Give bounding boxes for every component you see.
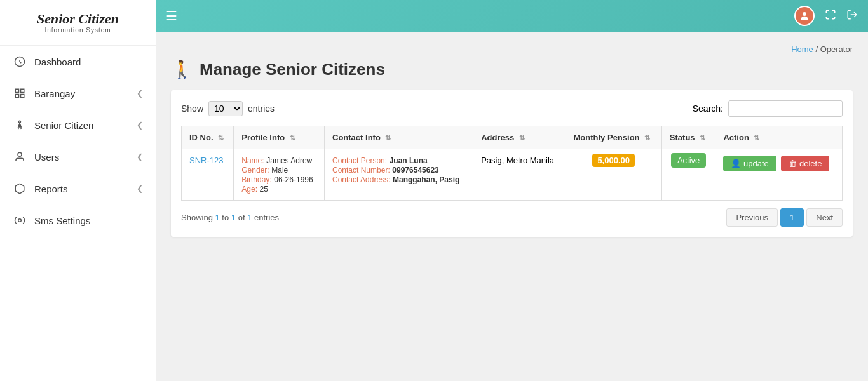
cell-pension: 5,000.00 [566, 149, 661, 201]
pension-badge: 5,000.00 [592, 154, 635, 167]
profile-name-value: James Adrew [266, 156, 312, 165]
sort-icon-action: ⇅ [754, 134, 759, 142]
sidebar-item-label: Reports [34, 184, 137, 194]
contact-person-value: Juan Luna [390, 156, 428, 165]
hamburger-button[interactable]: ☰ [166, 8, 177, 23]
svg-point-8 [803, 12, 806, 16]
contact-address-value: Manggahan, Pasig [393, 175, 459, 184]
page-1-button[interactable]: 1 [780, 208, 804, 227]
sidebar-item-sms-settings[interactable]: Sms Settings [0, 204, 156, 236]
sort-icon-pension: ⇅ [644, 134, 650, 142]
senior-arrow-icon: ❮ [137, 121, 143, 130]
delete-button[interactable]: 🗑 delete [781, 156, 829, 171]
sort-icon-contact: ⇅ [385, 134, 391, 142]
logo-sub: Information System [13, 27, 143, 34]
entries-select[interactable]: 10 25 50 100 [208, 101, 243, 116]
profile-gender-value: Male [271, 166, 288, 175]
logo-area: Senior Citizen Information System [0, 0, 156, 46]
table-header: ID No. ⇅ Profile Info ⇅ Contact Info ⇅ [182, 126, 843, 149]
search-label: Search: [693, 104, 723, 114]
entries-label: entries [248, 104, 275, 114]
sidebar-item-barangay[interactable]: Barangay ❮ [0, 77, 156, 109]
user-plus-icon: 👤 [731, 159, 741, 168]
col-address[interactable]: Address ⇅ [473, 126, 566, 149]
show-entries: Show 10 25 50 100 entries [181, 101, 275, 116]
table-card: Show 10 25 50 100 entries Search: [171, 90, 853, 237]
svg-rect-4 [15, 95, 18, 98]
address-value: Pasig, Metro Manila [481, 156, 554, 165]
col-id-no[interactable]: ID No. ⇅ [182, 126, 234, 149]
trash-icon: 🗑 [789, 159, 797, 168]
cell-contact: Contact Person: Juan Luna Contact Number… [325, 149, 473, 201]
expand-icon[interactable] [825, 9, 836, 23]
pagination-buttons: Previous 1 Next [726, 208, 843, 227]
walking-icon: 🚶 [171, 59, 193, 80]
svg-rect-3 [21, 95, 24, 98]
pagination-info: Showing 1 to 1 of 1 entries [181, 213, 279, 222]
pagination-area: Showing 1 to 1 of 1 entries Previous 1 N… [181, 208, 843, 227]
sort-icon-id: ⇅ [218, 134, 224, 142]
data-table: ID No. ⇅ Profile Info ⇅ Contact Info ⇅ [181, 126, 843, 201]
col-contact-info[interactable]: Contact Info ⇅ [325, 126, 473, 149]
avatar[interactable] [794, 6, 815, 26]
main-area: ☰ Home / Operator � [156, 0, 868, 381]
reports-icon [13, 182, 27, 196]
svg-rect-1 [15, 89, 18, 92]
topbar: ☰ [156, 0, 868, 32]
table-controls: Show 10 25 50 100 entries Search: [181, 100, 843, 117]
search-input[interactable] [728, 100, 843, 117]
previous-button[interactable]: Previous [726, 208, 778, 227]
profile-age-value: 25 [260, 185, 268, 194]
cell-id: SNR-123 [182, 149, 234, 201]
content-area: Home / Operator 🚶 Manage Senior Citizens… [156, 32, 868, 381]
sidebar-item-users[interactable]: Users ❮ [0, 141, 156, 173]
show-label: Show [181, 104, 203, 114]
profile-name-label: Name: [241, 156, 264, 165]
page-title: Manage Senior Citizens [200, 60, 385, 79]
cell-action: 👤 update 🗑 delete [715, 149, 843, 201]
sort-icon-status: ⇅ [700, 134, 705, 142]
sort-icon-profile: ⇅ [290, 134, 295, 142]
sort-icon-address: ⇅ [519, 134, 525, 142]
col-status[interactable]: Status ⇅ [661, 126, 715, 149]
sidebar-item-senior-citizen[interactable]: Senior Citizen ❮ [0, 109, 156, 141]
id-link[interactable]: SNR-123 [189, 156, 223, 165]
sms-icon [13, 213, 27, 227]
breadcrumb-current: Operator [820, 44, 853, 54]
contact-number-label: Contact Number: [332, 166, 390, 175]
profile-age-label: Age: [241, 185, 257, 194]
next-button[interactable]: Next [806, 208, 843, 227]
svg-rect-2 [21, 89, 24, 92]
senior-icon [13, 118, 27, 132]
sidebar-item-label: Sms Settings [34, 215, 143, 226]
sidebar-item-reports[interactable]: Reports ❮ [0, 173, 156, 204]
col-monthly-pension[interactable]: Monthly Pension ⇅ [566, 126, 661, 149]
status-badge: Active [671, 153, 706, 168]
update-button[interactable]: 👤 update [723, 156, 776, 171]
sidebar: Senior Citizen Information System Dashbo… [0, 0, 156, 381]
reports-arrow-icon: ❮ [137, 184, 143, 193]
page-title-area: 🚶 Manage Senior Citizens [171, 59, 853, 80]
sidebar-item-label: Users [34, 152, 137, 163]
contact-person-label: Contact Person: [332, 156, 387, 165]
contact-number-value: 09976545623 [392, 166, 438, 175]
users-arrow-icon: ❮ [137, 152, 143, 161]
profile-birthday-value: 06-26-1996 [274, 175, 313, 184]
barangay-arrow-icon: ❮ [137, 89, 143, 98]
breadcrumb-home[interactable]: Home [791, 44, 813, 54]
cell-profile: Name: James Adrew Gender: Male Birthday:… [234, 149, 325, 201]
logo-text: Senior Citizen [13, 11, 143, 27]
pagination-to: 1 [231, 213, 236, 222]
pagination-total: 1 [247, 213, 252, 222]
logout-icon[interactable] [846, 9, 858, 23]
svg-point-6 [18, 152, 22, 156]
profile-birthday-label: Birthday: [241, 175, 271, 184]
sidebar-item-label: Senior Citizen [34, 120, 137, 131]
sidebar-item-label: Dashboard [34, 57, 143, 67]
col-profile-info[interactable]: Profile Info ⇅ [234, 126, 325, 149]
col-action[interactable]: Action ⇅ [715, 126, 843, 149]
cell-status: Active [661, 149, 715, 201]
cell-address: Pasig, Metro Manila [473, 149, 566, 201]
contact-address-label: Contact Address: [332, 175, 390, 184]
sidebar-item-dashboard[interactable]: Dashboard [0, 46, 156, 77]
